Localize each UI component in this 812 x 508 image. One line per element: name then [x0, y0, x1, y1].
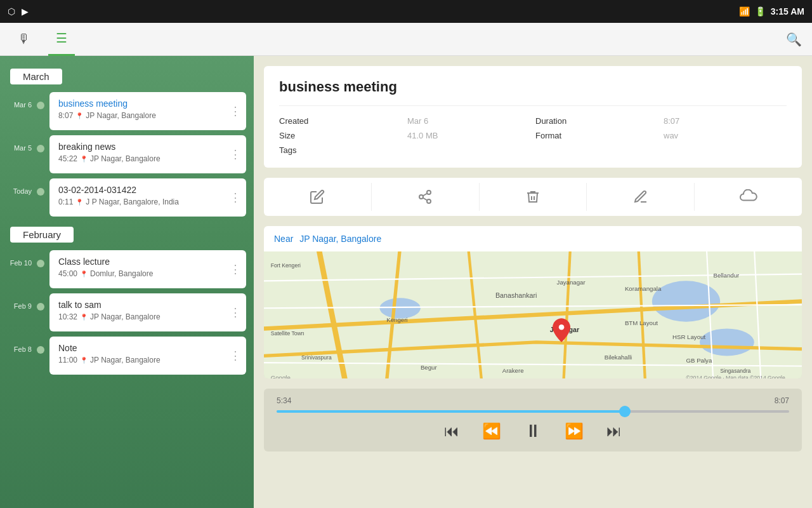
location-icon: 📍	[80, 314, 88, 321]
recording-card[interactable]: Class lecture 45:00 📍 Domlur, Bangalore …	[49, 250, 246, 288]
svg-text:Koramangala: Koramangala	[625, 285, 662, 292]
svg-text:GB Palya: GB Palya	[686, 357, 712, 364]
nav-left: 🎙 ☰	[10, 23, 75, 56]
timeline-dot	[37, 188, 44, 196]
mic-tab[interactable]: 🎙	[10, 23, 38, 56]
map-container[interactable]: Banashankari Jayanagar Koramangala Bella…	[264, 251, 802, 378]
recording-card[interactable]: talk to sam 10:32 📍 JP Nagar, Bangalore …	[49, 293, 246, 331]
svg-text:Google: Google	[271, 374, 291, 378]
svg-text:Srinivaspura: Srinivaspura	[301, 354, 332, 361]
location-icon: 📍	[80, 271, 88, 277]
recording-time: 45:00	[58, 269, 77, 278]
created-value: Mar 6	[407, 116, 530, 126]
map-card: Near JP Nagar, Bangalore	[264, 226, 802, 378]
battery-icon: 🔋	[755, 6, 766, 17]
svg-point-8	[379, 298, 420, 318]
recording-meta: 45:00 📍 Domlur, Bangalore	[58, 269, 237, 278]
status-right: 📶 🔋 3:15 AM	[739, 6, 804, 17]
timeline-dot	[37, 303, 44, 311]
list-item[interactable]: Today 03-02-2014-031422 0:11 📍 J P Nagar…	[0, 178, 254, 217]
svg-line-4	[423, 194, 428, 196]
timeline-dot	[37, 346, 44, 354]
svg-text:Kengeri: Kengeri	[386, 316, 407, 323]
list-item[interactable]: Feb 10 Class lecture 45:00 📍 Domlur, Ban…	[0, 250, 254, 288]
rename-button[interactable]	[587, 183, 695, 211]
recording-title: Class lecture	[58, 257, 237, 267]
skip-to-end-button[interactable]: ⏭	[606, 422, 622, 440]
recording-card[interactable]: Note 11:00 📍 JP Nagar, Bangalore ⋮	[49, 337, 246, 375]
more-button[interactable]: ⋮	[230, 349, 241, 363]
date-label: Today	[5, 178, 32, 195]
progress-thumb[interactable]	[619, 406, 631, 417]
skip-to-start-button[interactable]: ⏮	[444, 422, 459, 440]
map-location: JP Nagar, Bangalore	[299, 234, 381, 244]
more-button[interactable]: ⋮	[230, 305, 241, 319]
list-item[interactable]: Mar 6 business meeting 8:07 📍 JP Nagar, …	[0, 92, 254, 130]
recording-card[interactable]: business meeting 8:07 📍 JP Nagar, Bangal…	[49, 92, 246, 130]
list-tab[interactable]: ☰	[48, 23, 75, 56]
edit-button[interactable]	[264, 183, 372, 211]
fast-forward-button[interactable]: ⏩	[565, 422, 584, 440]
list-item[interactable]: Feb 9 talk to sam 10:32 📍 JP Nagar, Bang…	[0, 293, 254, 331]
player-bar: 5:34 8:07 ⏮ ⏪ ⏸ ⏩ ⏭	[264, 389, 802, 451]
search-icon[interactable]: 🔍	[786, 32, 802, 47]
svg-text:Fort Kengeri: Fort Kengeri	[271, 262, 301, 269]
cloud-button[interactable]	[695, 183, 802, 211]
near-label: Near	[274, 234, 293, 244]
svg-text:Bilekahalli: Bilekahalli	[605, 354, 632, 361]
rewind-button[interactable]: ⏪	[482, 422, 501, 440]
more-button[interactable]: ⋮	[230, 190, 241, 204]
left-panel: March Mar 6 business meeting 8:07 📍 JP N…	[0, 56, 254, 508]
recording-meta: 11:00 📍 JP Nagar, Bangalore	[58, 356, 237, 364]
recording-title: business meeting	[58, 98, 237, 109]
pause-button[interactable]: ⏸	[524, 420, 542, 441]
recording-title: talk to sam	[58, 300, 237, 310]
recording-card[interactable]: breaking news 45:22 📍 JP Nagar, Bangalor…	[49, 135, 246, 173]
recording-meta: 0:11 📍 J P Nagar, Bangalore, India	[58, 197, 237, 206]
recording-title: breaking news	[58, 142, 237, 152]
more-button[interactable]: ⋮	[230, 262, 241, 276]
recording-title: Note	[58, 343, 237, 353]
location-icon: 📍	[75, 199, 83, 206]
svg-text:©2014 Google · Map data ©2014 : ©2014 Google · Map data ©2014 Google	[686, 375, 785, 378]
svg-point-26	[559, 324, 565, 330]
more-button[interactable]: ⋮	[230, 104, 241, 118]
detail-card: business meeting Created Mar 6 Duration …	[264, 66, 802, 168]
detail-fields: Created Mar 6 Duration 8:07 Size 41.0 MB…	[279, 116, 787, 155]
duration-label: Duration	[535, 116, 658, 126]
svg-point-2	[427, 199, 431, 203]
location-icon: 📍	[75, 112, 83, 119]
list-item[interactable]: Feb 8 Note 11:00 📍 JP Nagar, Bangalore ⋮	[0, 337, 254, 375]
tags-value	[407, 145, 530, 155]
date-label: Mar 5	[5, 135, 32, 152]
share-button[interactable]	[372, 183, 480, 211]
svg-text:HSR Layout: HSR Layout	[672, 333, 705, 340]
svg-text:Bellandur: Bellandur	[713, 272, 740, 279]
recording-title: 03-02-2014-031422	[58, 185, 237, 195]
created-label: Created	[279, 116, 402, 126]
february-label: February	[10, 227, 74, 243]
play-icon: ▶	[22, 6, 29, 17]
more-button[interactable]: ⋮	[230, 147, 241, 161]
february-section: February Feb 10 Class lecture 45:00 📍 Do…	[0, 222, 254, 375]
cast-icon: ⬡	[8, 6, 15, 17]
list-item[interactable]: Mar 5 breaking news 45:22 📍 JP Nagar, Ba…	[0, 135, 254, 173]
size-label: Size	[279, 131, 402, 140]
progress-track[interactable]	[277, 410, 789, 413]
action-bar	[264, 178, 802, 216]
recording-location: JP Nagar, Bangalore	[90, 356, 160, 364]
current-time: 5:34	[277, 396, 291, 405]
date-label: Feb 10	[5, 250, 32, 267]
progress-row: 5:34 8:07	[277, 396, 789, 405]
recording-location: JP Nagar, Bangalore	[90, 312, 160, 321]
status-bar: ⬡ ▶ 📶 🔋 3:15 AM	[0, 0, 812, 23]
delete-button[interactable]	[480, 183, 587, 211]
recording-meta: 8:07 📍 JP Nagar, Bangalore	[58, 111, 237, 120]
svg-text:BTM Layout: BTM Layout	[625, 319, 658, 326]
nav-bar: 🎙 ☰ 🔍	[0, 23, 812, 56]
svg-point-7	[700, 328, 754, 356]
date-label: Feb 8	[5, 337, 32, 353]
recording-time: 0:11	[58, 197, 73, 206]
location-icon: 📍	[80, 156, 88, 163]
recording-card[interactable]: 03-02-2014-031422 0:11 📍 J P Nagar, Bang…	[49, 178, 246, 217]
